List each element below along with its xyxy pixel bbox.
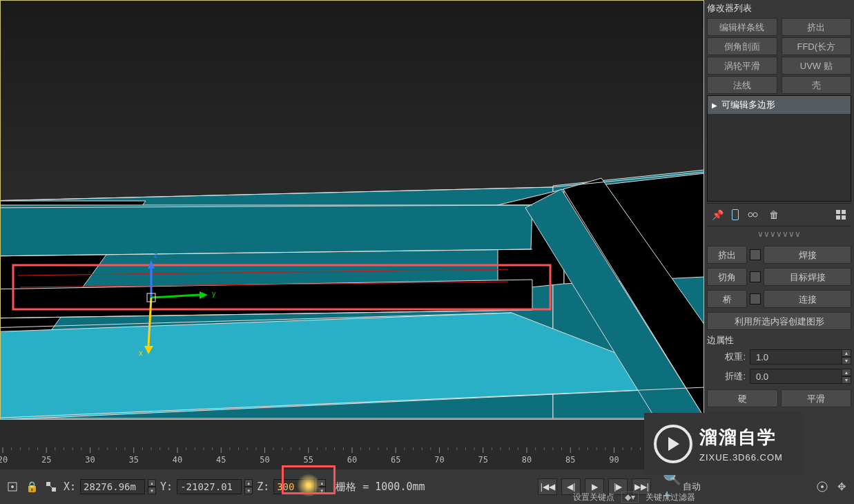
stack-tool-row: 📌 🗑 (707, 203, 851, 226)
sub-bottom-row: 设置关键点 ◆▾ 关键点过滤器 (573, 490, 695, 504)
svg-marker-134 (668, 437, 679, 451)
weight-spin-up[interactable]: ▲ (842, 349, 851, 357)
crease-label: 折缝: (717, 370, 746, 382)
mod-turbosmooth[interactable]: 涡轮平滑 (707, 57, 777, 75)
mod-bevel-profile[interactable]: 倒角剖面 (707, 37, 777, 55)
expand-icon[interactable]: ▶ (712, 101, 717, 109)
hard-smooth-row: 硬 平滑 (707, 389, 851, 407)
edge-ops-row-1: 切角 目标焊接 (707, 268, 851, 286)
edge-bridge-button[interactable]: 桥 (707, 290, 747, 308)
stack-item-label: 可编辑多边形 (721, 99, 775, 111)
svg-text:90: 90 (609, 455, 619, 465)
create-shape-button[interactable]: 利用所选内容创建图形 (707, 312, 851, 330)
selection-set-icon[interactable] (43, 478, 59, 495)
pan-icon[interactable]: ✥ (833, 478, 850, 495)
svg-text:80: 80 (522, 455, 532, 465)
weight-row: 权重: 1.0 ▲ ▼ (707, 349, 851, 365)
edge-target-weld-button[interactable]: 目标焊接 (764, 268, 851, 286)
edge-smooth-button[interactable]: 平滑 (781, 389, 852, 407)
svg-text:y: y (212, 289, 216, 298)
edge-weld-trunc-button[interactable]: 焊接 (764, 246, 851, 264)
z-label: Z: (255, 481, 271, 493)
weight-label: 权重: (717, 351, 746, 363)
crease-input[interactable]: 0.0 (750, 369, 842, 384)
scroll-indicator: ∨∨∨∨∨∨∨ (707, 228, 851, 242)
svg-text:20: 20 (0, 455, 8, 465)
remove-icon[interactable]: 🗑 (768, 209, 780, 221)
set-key-label[interactable]: 设置关键点 (573, 492, 614, 503)
stack-editable-poly[interactable]: ▶ 可编辑多边形 (708, 96, 851, 114)
lock-icon[interactable]: 🔒 (23, 478, 40, 495)
edge-ops-row-0: 挤出 焊接 (707, 246, 851, 264)
y-label: Y: (159, 481, 174, 493)
x-input[interactable]: 28276.96m (80, 479, 145, 494)
pin-icon[interactable]: 📌 (711, 209, 724, 221)
svg-point-128 (11, 485, 14, 488)
key-filter-label[interactable]: 关键点过滤器 (646, 492, 695, 503)
mod-extrude[interactable]: 挤出 (782, 18, 852, 36)
svg-text:55: 55 (304, 455, 313, 465)
svg-text:x: x (139, 349, 143, 357)
scene: x y z (1, 1, 704, 420)
watermark-url: ZIXUE.3D66.COM (699, 452, 783, 463)
svg-text:65: 65 (391, 455, 400, 465)
mod-normal[interactable]: 法线 (707, 76, 777, 94)
edge-hard-button[interactable]: 硬 (707, 389, 778, 407)
y-spin-down[interactable]: ▼ (244, 487, 253, 494)
show-end-result-icon[interactable] (732, 209, 739, 220)
edge-prop-title: 边属性 (707, 331, 851, 348)
svg-line-131 (50, 486, 52, 487)
crease-spin-down[interactable]: ▼ (842, 376, 851, 384)
edge-chamfer-opts[interactable] (750, 271, 761, 282)
svg-text:40: 40 (173, 455, 182, 465)
svg-text:35: 35 (129, 455, 139, 465)
edge-ops-row-2: 桥 连接 (707, 290, 851, 308)
edge-chamfer-button[interactable]: 切角 (707, 268, 747, 286)
y-input[interactable]: -21027.01 (177, 479, 242, 494)
viewport[interactable]: x y z (0, 0, 704, 420)
key-type-icon[interactable]: ◆▾ (621, 492, 639, 503)
svg-text:70: 70 (434, 455, 444, 465)
svg-point-24 (753, 213, 757, 217)
svg-text:25: 25 (41, 455, 51, 465)
svg-rect-25 (836, 210, 840, 214)
edge-bridge-opts[interactable] (750, 293, 761, 304)
svg-point-23 (748, 213, 753, 217)
watermark-title: 溜溜自学 (699, 425, 783, 449)
crease-row: 折缝: 0.0 ▲ ▼ (707, 369, 851, 384)
modifier-stack[interactable]: ▶ 可编辑多边形 (707, 95, 851, 202)
annotation-click-dot (297, 474, 320, 497)
mod-ffd-box[interactable]: FFD(长方 (782, 37, 852, 55)
svg-text:z: z (154, 251, 158, 259)
grid-readout: 栅格 = 1000.0mm (336, 481, 425, 494)
mod-shell[interactable]: 壳 (782, 76, 852, 94)
orbit-icon[interactable] (814, 478, 831, 495)
x-spin-up[interactable]: ▲ (148, 479, 156, 487)
goto-start-button[interactable]: |◀◀ (538, 478, 557, 495)
svg-text:60: 60 (347, 455, 357, 465)
timeline[interactable]: 20253035404550556065707580859095100 (0, 435, 704, 469)
crease-spin-up[interactable]: ▲ (842, 369, 851, 376)
weight-input[interactable]: 1.0 (750, 349, 842, 365)
svg-text:85: 85 (565, 455, 575, 465)
svg-text:75: 75 (478, 455, 488, 465)
edge-connect-button[interactable]: 连接 (764, 290, 851, 308)
svg-rect-28 (842, 215, 846, 220)
svg-text:30: 30 (85, 455, 95, 465)
maximize-viewport-icon[interactable] (4, 478, 21, 495)
x-label: X: (62, 481, 77, 493)
mod-edit-spline[interactable]: 编辑样条线 (707, 18, 777, 36)
edge-extrude-opts[interactable] (750, 249, 761, 260)
x-spin-down[interactable]: ▼ (148, 487, 156, 494)
weight-spin-down[interactable]: ▼ (842, 357, 851, 365)
svg-rect-130 (52, 487, 56, 492)
watermark-logo (654, 425, 692, 463)
svg-text:50: 50 (260, 455, 269, 465)
watermark: 溜溜自学 ZIXUE.3D66.COM (644, 413, 804, 475)
make-unique-icon[interactable] (747, 209, 759, 221)
svg-rect-26 (842, 210, 846, 214)
y-spin-up[interactable]: ▲ (244, 479, 253, 487)
configure-icon[interactable] (835, 209, 847, 221)
edge-extrude-button[interactable]: 挤出 (707, 246, 747, 264)
mod-uvw-map[interactable]: UVW 贴 (782, 57, 852, 75)
